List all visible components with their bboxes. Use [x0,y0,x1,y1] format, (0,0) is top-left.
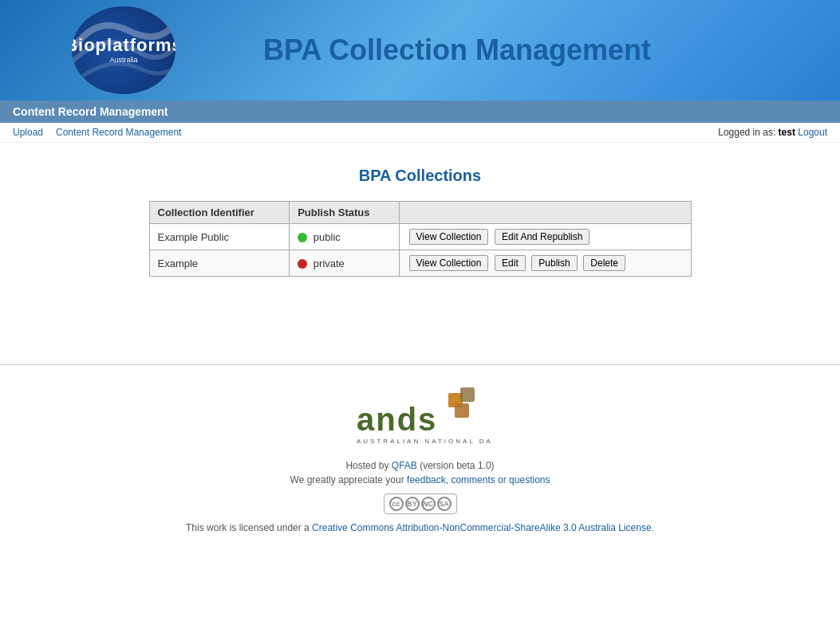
col-actions [399,202,691,224]
svg-rect-2 [455,403,469,418]
page-title: BPA Collections [16,167,824,185]
cc-icon: cc [389,497,404,511]
site-title: BPA Collection Management [263,33,651,67]
collections-table: Collection Identifier Publish Status Exa… [149,201,692,277]
site-header: Bioplatforms Australia BPA Collection Ma… [0,0,840,100]
row2-actions: View Collection Edit Publish Delete [399,250,691,277]
edit-button-2[interactable]: Edit [495,255,526,271]
nav-bar: Content Record Management [0,100,840,123]
status-dot-red [298,259,307,269]
row2-status: private [290,250,399,277]
view-collection-button-2[interactable]: View Collection [409,255,489,271]
row1-actions: View Collection Edit And Republish [399,224,691,250]
row1-status-label: public [314,231,341,243]
license-link[interactable]: Creative Commons Attribution-NonCommerci… [312,522,654,533]
view-collection-button-1[interactable]: View Collection [409,229,489,245]
username-display: test [779,127,795,138]
row1-status: public [290,224,399,250]
upload-link[interactable]: Upload [13,127,43,138]
row2-identifier: Example [149,250,290,277]
row1-identifier: Example Public [149,224,290,250]
svg-text:ands: ands [357,402,437,437]
by-icon: BY [405,497,420,511]
logo-full-text: Australia [109,56,137,65]
status-dot-green [298,233,307,242]
logo-area: Bioplatforms Australia [16,6,231,94]
table-row: Example private View Collection Edit Pub… [149,250,691,277]
breadcrumb-left: Upload Content Record Management [13,127,181,138]
cc-license-icons: cc BY NC SA [384,493,457,514]
delete-button-2[interactable]: Delete [583,255,625,271]
col-identifier: Collection Identifier [149,202,290,224]
logo-circle: Bioplatforms Australia [72,6,175,94]
table-row: Example Public public View Collection Ed… [149,224,691,250]
col-status: Publish Status [290,202,399,224]
collections-tbody: Example Public public View Collection Ed… [149,224,691,277]
logout-link[interactable]: Logout [798,127,827,138]
qfab-link[interactable]: QFAB [392,460,417,471]
svg-rect-1 [460,387,475,402]
nc-icon: NC [421,497,436,511]
nav-title: Content Record Management [13,105,168,118]
content-record-link[interactable]: Content Record Management [56,127,181,138]
hosted-by-text: Hosted by QFAB (version beta 1.0) [16,460,824,471]
breadcrumb: Upload Content Record Management Logged … [0,123,840,143]
logo-bpa-text: Bioplatforms [72,35,175,56]
appreciate-text: We greatly appreciate your feedback, com… [16,474,824,486]
logged-in-prefix: Logged in as: [718,127,775,138]
ands-logo: ands AUSTRALIAN NATIONAL DATA SERVICE [16,381,824,450]
main-content: BPA Collections Collection Identifier Pu… [0,143,840,301]
logged-in-area: Logged in as: test Logout [718,127,827,138]
svg-text:AUSTRALIAN NATIONAL DATA SERVI: AUSTRALIAN NATIONAL DATA SERVICE [357,438,492,445]
edit-republish-button-1[interactable]: Edit And Republish [495,229,590,245]
sa-icon: SA [437,497,452,511]
publish-button-2[interactable]: Publish [531,255,577,271]
license-text: This work is licensed under a Creative C… [16,522,824,533]
feedback-link[interactable]: feedback, comments or questions [407,474,550,486]
table-header-row: Collection Identifier Publish Status [149,202,691,224]
table-head: Collection Identifier Publish Status [149,202,691,224]
footer: ands AUSTRALIAN NATIONAL DATA SERVICE Ho… [0,364,840,552]
row2-status-label: private [314,257,345,269]
